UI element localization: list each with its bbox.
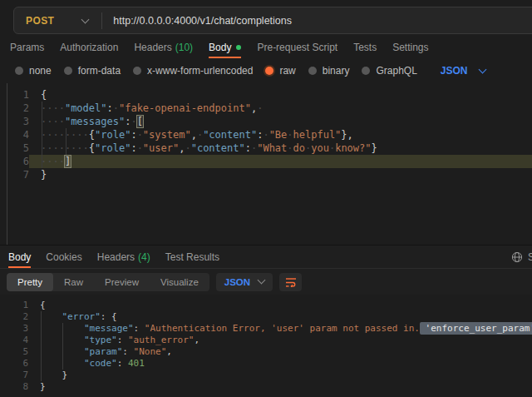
code-line-7: 7} bbox=[7, 168, 532, 181]
response-view-switcher: PrettyRawPreviewVisualize bbox=[7, 273, 209, 291]
tab-label: Test Results bbox=[165, 251, 219, 263]
globe-icon[interactable] bbox=[511, 251, 523, 263]
line-number: 5 bbox=[7, 346, 28, 358]
body-type-label: raw bbox=[279, 65, 295, 77]
line-number: 6 bbox=[7, 155, 29, 168]
line-content: "code": 401 bbox=[28, 358, 532, 370]
body-type-form-data[interactable]: form-data bbox=[64, 65, 121, 77]
response-tab-headers[interactable]: Headers(4) bbox=[97, 246, 150, 268]
line-number: 8 bbox=[7, 381, 28, 393]
code-line-5: 5 "param": "None", bbox=[7, 346, 532, 358]
body-type-raw[interactable]: raw bbox=[265, 65, 295, 77]
word-wrap-button[interactable] bbox=[279, 273, 302, 291]
tab-label: Pre-request Script bbox=[257, 42, 337, 53]
body-type-label: GraphQL bbox=[376, 65, 416, 77]
line-number: 4 bbox=[7, 335, 28, 346]
line-content: ········{"role":·"user",·"content":·"Wha… bbox=[29, 141, 532, 155]
code-line-2: 2····"model":·"fake-openai-endpoint",· bbox=[7, 102, 532, 115]
view-tab-raw[interactable]: Raw bbox=[53, 273, 94, 291]
request-language-selector[interactable]: JSON bbox=[441, 65, 485, 77]
chevron-down-icon bbox=[81, 15, 90, 23]
divider bbox=[101, 12, 102, 29]
tab-tests[interactable]: Tests bbox=[353, 36, 377, 58]
code-line-1: 1{ bbox=[7, 88, 532, 102]
tab-label: Headers bbox=[97, 251, 135, 263]
body-type-radios: noneform-datax-www-form-urlencodedrawbin… bbox=[15, 65, 417, 77]
indent-guide bbox=[42, 102, 42, 168]
tab-pre-request-script[interactable]: Pre-request Script bbox=[257, 36, 337, 58]
tab-label: Headers bbox=[134, 42, 171, 53]
unsaved-dot-icon bbox=[236, 45, 241, 50]
response-language-label: JSON bbox=[224, 277, 250, 287]
line-content: ····"model":·"fake-openai-endpoint",· bbox=[29, 102, 532, 115]
tab-params[interactable]: Params bbox=[10, 36, 44, 58]
response-header-right: S bbox=[511, 246, 532, 268]
response-tab-test-results[interactable]: Test Results bbox=[165, 246, 219, 268]
line-number: 1 bbox=[7, 88, 29, 102]
code-line-1: 1{ bbox=[7, 300, 532, 311]
response-toolbar: PrettyRawPreviewVisualize JSON bbox=[0, 269, 532, 295]
word-wrap-icon bbox=[285, 277, 297, 287]
view-tab-preview[interactable]: Preview bbox=[94, 273, 150, 291]
tab-body[interactable]: Body bbox=[209, 36, 241, 58]
radio-icon bbox=[15, 67, 23, 75]
view-tab-pretty[interactable]: Pretty bbox=[7, 273, 53, 291]
url-input[interactable]: http://0.0.0.0:4000/v1/chat/completions bbox=[113, 15, 292, 27]
view-tab-visualize[interactable]: Visualize bbox=[150, 273, 209, 291]
line-content: "message": "Authentication Error, 'user'… bbox=[28, 323, 532, 335]
tab-label: Settings bbox=[392, 42, 428, 53]
line-number: 2 bbox=[7, 102, 29, 115]
method-selector[interactable]: POST bbox=[14, 7, 101, 33]
body-type-row: noneform-datax-www-form-urlencodedrawbin… bbox=[0, 58, 532, 83]
response-language-selector[interactable]: JSON bbox=[216, 273, 273, 291]
tab-label: Tests bbox=[353, 42, 377, 53]
response-body-editor[interactable]: 1{2 "error": {3 "message": "Authenticati… bbox=[7, 295, 532, 396]
tab-label: Params bbox=[10, 42, 44, 53]
body-type-none[interactable]: none bbox=[15, 65, 52, 77]
url-bar: POST http://0.0.0.0:4000/v1/chat/complet… bbox=[13, 7, 532, 34]
line-content: "error": { bbox=[28, 311, 532, 323]
request-pane: POST http://0.0.0.0:4000/v1/chat/complet… bbox=[0, 7, 532, 245]
chevron-down-icon bbox=[258, 276, 266, 285]
code-line-3: 3····"messages":·[ bbox=[7, 115, 532, 128]
body-type-label: form-data bbox=[78, 65, 121, 77]
line-content: ········{"role":·"system",·"content":·"B… bbox=[29, 128, 532, 141]
tab-headers[interactable]: Headers(10) bbox=[134, 36, 193, 58]
request-body-editor[interactable]: 1{2····"model":·"fake-openai-endpoint",·… bbox=[7, 83, 532, 245]
tab-count-badge: (10) bbox=[175, 42, 193, 53]
body-type-graphql[interactable]: GraphQL bbox=[362, 65, 416, 77]
tab-authorization[interactable]: Authorization bbox=[60, 36, 118, 58]
line-number: 5 bbox=[7, 141, 29, 155]
code-line-3: 3 "message": "Authentication Error, 'use… bbox=[7, 323, 532, 335]
request-language-label: JSON bbox=[441, 65, 468, 77]
radio-icon bbox=[64, 67, 72, 75]
response-pane: BodyCookiesHeaders(4)Test Results S Pret… bbox=[0, 245, 532, 396]
line-content: } bbox=[28, 381, 532, 393]
line-number: 7 bbox=[7, 370, 28, 381]
body-type-label: none bbox=[29, 65, 52, 77]
line-number: 6 bbox=[7, 358, 28, 370]
code-line-2: 2 "error": { bbox=[7, 311, 532, 323]
line-number: 7 bbox=[7, 168, 29, 181]
response-tab-cookies[interactable]: Cookies bbox=[46, 246, 81, 268]
code-line-5: 5········{"role":·"user",·"content":·"Wh… bbox=[7, 141, 532, 155]
postman-app: { "request": { "method": "POST", "url": … bbox=[0, 0, 532, 397]
line-content: ····] bbox=[29, 155, 532, 168]
body-type-x-www-form-urlencoded[interactable]: x-www-form-urlencoded bbox=[133, 65, 253, 77]
request-tabs: ParamsAuthorizationHeaders(10)BodyPre-re… bbox=[0, 36, 532, 58]
code-line-4: 4········{"role":·"system",·"content":·"… bbox=[7, 128, 532, 141]
tab-label: Body bbox=[209, 42, 231, 53]
line-number: 2 bbox=[7, 311, 28, 323]
method-label: POST bbox=[26, 15, 54, 27]
code-line-4: 4 "type": "auth_error", bbox=[7, 335, 532, 346]
tab-label: Authorization bbox=[60, 42, 118, 53]
response-tabs: BodyCookiesHeaders(4)Test Results bbox=[8, 246, 219, 268]
line-content: { bbox=[29, 88, 532, 102]
status-text-clipped: S bbox=[528, 251, 532, 263]
tab-settings[interactable]: Settings bbox=[392, 36, 428, 58]
radio-icon bbox=[265, 67, 273, 75]
response-tab-body[interactable]: Body bbox=[8, 246, 31, 268]
body-type-label: binary bbox=[323, 65, 350, 77]
body-type-binary[interactable]: binary bbox=[308, 65, 350, 77]
line-number: 3 bbox=[7, 323, 28, 335]
